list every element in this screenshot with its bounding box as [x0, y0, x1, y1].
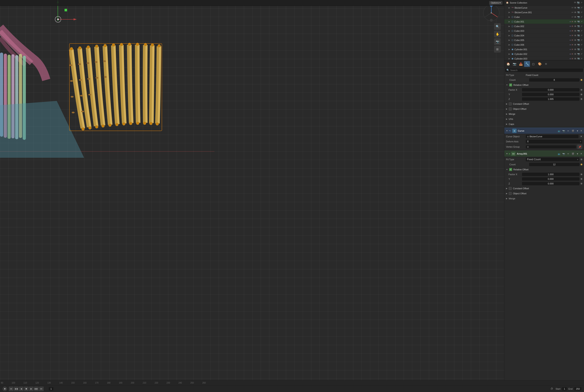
step-back-btn[interactable]: ◀◀ — [14, 386, 18, 391]
array001-mod-render-btn[interactable]: 📷 — [562, 152, 566, 156]
curve-mod-down-btn[interactable]: ▼ — [576, 129, 579, 133]
array001-factor-z-dot[interactable] — [581, 183, 582, 184]
curve-mod-camera-btn[interactable]: 🎬 — [571, 129, 575, 133]
outliner-item[interactable]: ▶ 〜 BézierCurve ↩ 👁 📷 ↗ — [504, 6, 584, 10]
step-forward-btn[interactable]: ▶▶ — [34, 386, 39, 391]
jump-end-btn[interactable]: ⏭ — [39, 386, 44, 391]
search-tool-btn[interactable]: 🔍 — [494, 23, 501, 30]
curve-mod-realtime-btn[interactable]: 📺 — [557, 129, 561, 133]
eye-icon[interactable]: 👁 — [574, 44, 577, 46]
array001-constant-offset-section[interactable]: ▶ Constant Offset — [504, 186, 584, 191]
array001-factor-z-field[interactable]: 0.000 — [522, 182, 579, 185]
array001-fit-type-dot[interactable] — [581, 158, 582, 160]
camera-icon[interactable]: 📷 — [577, 34, 580, 36]
factor-y-field[interactable]: 0.000 — [522, 93, 579, 96]
constant-offset-section[interactable]: ▶ Constant Offset — [504, 101, 584, 106]
select-icon[interactable]: ↗ — [581, 39, 582, 41]
outliner-item[interactable]: ▶ ◻ Cube.002 ≡ ⟳ 👁 📷 ↗ — [504, 24, 584, 28]
select-icon[interactable]: ↗ — [581, 44, 582, 46]
collection-render-icon[interactable]: 📷 — [577, 1, 580, 4]
select-icon[interactable]: ↗ — [581, 53, 582, 55]
outliner-item[interactable]: ▶ ◻ Cube.005 ≡ ⟳ 👁 📷 ↗ — [504, 38, 584, 42]
props-material-btn[interactable]: 🎨 — [537, 61, 543, 67]
camera-icon[interactable]: 📷 — [577, 48, 580, 50]
array001-mod-realtime-btn[interactable]: 📺 — [557, 152, 561, 156]
current-frame-indicator[interactable]: 1 — [49, 387, 53, 390]
camera-icon[interactable]: 📷 — [577, 53, 580, 55]
array001-factor-x-dot[interactable] — [581, 174, 582, 175]
grid-tool-btn[interactable]: ⊞ — [494, 46, 501, 52]
camera-icon[interactable]: 📷 — [577, 58, 580, 60]
count-keyframe-dot[interactable] — [581, 79, 582, 81]
outliner-item[interactable]: ▶ ◻ Cube.001 ≡ ⟳ 👁 📷 ↗ — [504, 19, 584, 24]
array001-constant-offset-checkbox[interactable] — [509, 187, 512, 190]
outliner-item[interactable]: ▶ ◻ Cube ↩ 👁 📷 ↗ — [504, 15, 584, 19]
props-modifier-btn[interactable]: 🔧 — [524, 61, 530, 67]
array001-fit-type-dropdown[interactable]: Fixed Count ▾ — [526, 158, 579, 161]
outliner-item[interactable]: ▶ ◉ Cylinder.003 ≡ ⟳ 👁 📷 ↗ — [504, 56, 584, 60]
camera-icon[interactable]: 📷 — [577, 30, 580, 32]
collection-select-icon[interactable]: ↗ — [581, 1, 582, 4]
play-reverse-btn[interactable]: ◀ — [19, 386, 23, 391]
nav-gizmo[interactable]: Z — [482, 3, 501, 22]
select-icon[interactable]: ↗ — [581, 58, 582, 60]
factor-y-dot[interactable] — [581, 94, 582, 95]
eye-icon[interactable]: 👁 — [574, 48, 577, 51]
camera-icon[interactable]: 📷 — [577, 25, 580, 27]
select-icon[interactable]: ↗ — [581, 11, 582, 14]
relative-offset-section[interactable]: ▼ ✓ Relative Offset — [504, 82, 584, 88]
stop-btn[interactable]: ⏹ — [24, 386, 28, 391]
playback-circle-btn[interactable]: ⏺ — [2, 386, 7, 391]
outliner-item[interactable]: ▶ ◉ Cylinder.001 ≡ ⟳ 👁 📷 ↗ — [504, 47, 584, 52]
jump-start-btn[interactable]: ⏮ — [9, 386, 13, 391]
vertex-group-field[interactable]: ⊞ — [526, 145, 576, 148]
factor-z-field[interactable]: 1.005 — [522, 97, 579, 101]
camera-icon[interactable]: 📷 — [577, 44, 580, 46]
eye-icon[interactable]: 👁 — [574, 58, 577, 60]
eye-icon[interactable]: 👁 — [574, 39, 577, 42]
count-field[interactable]: 8 — [529, 78, 579, 82]
array001-factor-y-field[interactable]: 0.000 — [522, 177, 579, 181]
vertex-group-pin-btn[interactable]: 📌 — [577, 144, 582, 149]
outliner-item[interactable]: ▶ 〜 BézierCurve.001 ↩ 👁 📷 ↗ — [504, 10, 584, 15]
camera-icon[interactable]: 📷 — [577, 16, 580, 18]
camera-icon[interactable]: 📷 — [577, 20, 580, 23]
array001-factor-y-dot[interactable] — [581, 178, 582, 180]
end-frame-indicator[interactable]: 250 — [574, 387, 582, 390]
caps-section[interactable]: ▶ Caps — [504, 122, 584, 126]
array001-object-offset-section[interactable]: ▶ Object Offset — [504, 191, 584, 196]
merge-section[interactable]: ▶ Merge — [504, 112, 584, 116]
select-icon[interactable]: ↗ — [581, 48, 582, 50]
object-offset-section[interactable]: ▶ Object Offset — [504, 106, 584, 112]
outliner-item[interactable]: ▶ ◻ Cube.004 ≡ ⟳ 👁 📷 ↗ — [504, 33, 584, 38]
factor-x-dot[interactable] — [581, 89, 582, 91]
uvs-section[interactable]: ▶ UVs — [504, 116, 584, 122]
constant-offset-checkbox[interactable] — [509, 102, 512, 105]
camera-icon[interactable]: 📷 — [577, 11, 580, 14]
array001-mod-close-btn[interactable]: ✕ — [580, 152, 582, 155]
eye-icon[interactable]: 👁 — [574, 16, 577, 18]
array001-relative-offset-section[interactable]: ▼ ✓ Relative Offset — [504, 167, 584, 172]
curve-mod-render-btn[interactable]: 📷 — [562, 129, 566, 133]
props-output-btn[interactable]: 📤 — [518, 61, 524, 67]
eye-icon[interactable]: 👁 — [574, 34, 577, 37]
curve-mod-close-btn[interactable]: ✕ — [580, 129, 582, 132]
outliner-item[interactable]: ▶ ◉ Cylinder.002 ≡ ⟳ 👁 📷 ↗ — [504, 52, 584, 56]
props-search-input[interactable] — [510, 69, 582, 72]
array001-count-field[interactable]: 12 — [529, 163, 579, 166]
factor-x-field[interactable]: 0.000 — [522, 88, 579, 92]
array001-mod-edit-btn[interactable]: ✏ — [566, 152, 570, 156]
outliner-item[interactable]: ▶ ◻ Cube.003 ≡ ⟳ 👁 📷 ↗ — [504, 28, 584, 33]
options-button[interactable]: Options ▾ — [489, 1, 503, 5]
props-physics-btn[interactable]: ⚛ — [543, 61, 549, 67]
start-frame-indicator[interactable]: 1 — [562, 387, 567, 390]
render-sync-icon[interactable]: ⏱ — [551, 387, 553, 390]
curve-object-clear-btn[interactable]: ✕ — [580, 135, 582, 138]
camera-tool-btn[interactable]: 📷 — [494, 38, 501, 45]
factor-z-dot[interactable] — [581, 98, 582, 100]
curve-mod-edit-btn[interactable]: ✏ — [566, 129, 570, 133]
array001-count-keyframe-dot[interactable] — [581, 164, 582, 165]
eye-icon[interactable]: 👁 — [574, 25, 577, 28]
select-icon[interactable]: ↗ — [581, 6, 582, 9]
props-scene-btn[interactable]: 🏠 — [505, 61, 511, 67]
